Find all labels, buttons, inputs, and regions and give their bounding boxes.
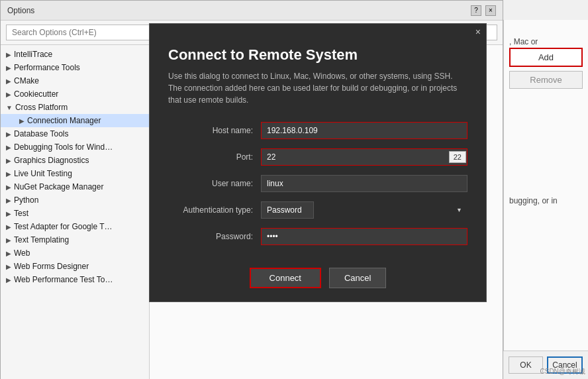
username-label: User name: xyxy=(168,179,261,188)
auth-type-select-wrapper: Password Private Key xyxy=(261,201,467,219)
sidebar-item-label: Database Tools xyxy=(14,129,69,138)
sidebar-item-test[interactable]: ▶ Test xyxy=(1,207,149,220)
password-label: Password: xyxy=(168,232,261,241)
auth-type-label: Authentication type: xyxy=(168,205,261,215)
sidebar-item-nuget[interactable]: ▶ NuGet Package Manager xyxy=(1,180,149,193)
sidebar-item-cmake[interactable]: ▶ CMake xyxy=(1,74,149,87)
dialog-close-button[interactable]: × xyxy=(475,27,481,37)
sidebar-item-label: Cross Platform xyxy=(15,103,68,112)
watermark: CSDN@奇树诚 xyxy=(540,367,586,376)
sidebar-item-label: Connection Manager xyxy=(27,116,101,125)
sidebar-item-label: Graphics Diagnostics xyxy=(14,156,89,165)
expand-arrow: ▶ xyxy=(6,263,11,270)
ok-button[interactable]: OK xyxy=(509,356,543,374)
port-input[interactable] xyxy=(261,148,467,166)
sidebar-item-label: Text Templating xyxy=(14,235,69,244)
port-row: Port: 22 xyxy=(168,148,467,166)
sidebar-item-label: Live Unit Testing xyxy=(14,169,72,178)
dialog-footer: Connect Cancel xyxy=(150,268,486,301)
username-row: User name: xyxy=(168,175,467,192)
sidebar-item-label: IntelliTrace xyxy=(14,50,52,59)
help-button[interactable]: ? xyxy=(471,5,481,16)
close-button[interactable]: × xyxy=(485,5,496,16)
expand-arrow: ▶ xyxy=(6,210,11,217)
sidebar-item-test-adapter[interactable]: ▶ Test Adapter for Google T… xyxy=(1,220,149,233)
auth-type-select[interactable]: Password Private Key xyxy=(261,201,314,219)
sidebar-item-label: NuGet Package Manager xyxy=(14,182,103,191)
sidebar-item-database-tools[interactable]: ▶ Database Tools xyxy=(1,127,149,140)
sidebar-item-label: Web Performance Test To… xyxy=(14,275,113,284)
expand-arrow: ▶ xyxy=(19,117,24,125)
password-row: Password: xyxy=(168,228,467,245)
sidebar-item-label: Debugging Tools for Wind… xyxy=(14,142,113,152)
sidebar-item-label: Web xyxy=(14,248,30,258)
expand-arrow: ▶ xyxy=(6,91,11,98)
expand-arrow: ▶ xyxy=(6,131,11,138)
sidebar-item-connection-manager[interactable]: ▶ Connection Manager xyxy=(1,114,149,127)
right-panel-partial-text: , Mac or xyxy=(509,36,583,48)
expand-arrow: ▶ xyxy=(6,144,11,151)
sidebar-item-python[interactable]: ▶ Python xyxy=(1,193,149,207)
connect-button[interactable]: Connect xyxy=(250,268,321,288)
sidebar-item-live-unit-testing[interactable]: ▶ Live Unit Testing xyxy=(1,167,149,180)
remove-button[interactable]: Remove xyxy=(509,71,583,89)
left-panel: ▶ IntelliTrace ▶ Performance Tools ▶ CMa… xyxy=(1,45,150,379)
sidebar-item-label: Cookiecutter xyxy=(14,89,58,99)
sidebar-item-label: Web Forms Designer xyxy=(14,262,89,271)
port-field-wrapper: 22 xyxy=(261,148,467,166)
expand-arrow: ▶ xyxy=(6,250,11,257)
sidebar-item-web[interactable]: ▶ Web xyxy=(1,246,149,260)
sidebar-item-label: Performance Tools xyxy=(14,63,80,72)
expand-arrow: ▶ xyxy=(6,197,11,204)
sidebar-item-label: Test Adapter for Google T… xyxy=(14,222,113,231)
sidebar-item-debugging-tools[interactable]: ▶ Debugging Tools for Wind… xyxy=(1,140,149,154)
connect-dialog: × Connect to Remote System Use this dial… xyxy=(149,23,487,302)
window-title: Options xyxy=(7,6,34,15)
sidebar-item-cross-platform[interactable]: ▼ Cross Platform xyxy=(1,101,149,114)
dialog-title: Connect to Remote System xyxy=(168,46,467,64)
expand-arrow: ▶ xyxy=(6,78,11,85)
expand-arrow: ▶ xyxy=(6,157,11,164)
sidebar-item-web-perf[interactable]: ▶ Web Performance Test To… xyxy=(1,273,149,286)
expand-arrow: ▶ xyxy=(6,51,11,58)
expand-arrow: ▶ xyxy=(6,64,11,72)
expand-arrow: ▶ xyxy=(6,276,11,284)
sidebar-item-performance-tools[interactable]: ▶ Performance Tools xyxy=(1,61,149,74)
expand-arrow: ▶ xyxy=(6,223,11,231)
right-panel-partial-text2: bugging, or in xyxy=(509,195,583,207)
host-name-input[interactable] xyxy=(261,122,467,139)
title-bar-controls: ? × xyxy=(471,5,496,16)
sidebar-item-label: CMake xyxy=(14,76,39,85)
expand-arrow: ▶ xyxy=(6,237,11,244)
dialog-body: Connect to Remote System Use this dialog… xyxy=(150,40,486,268)
sidebar-item-graphics-diagnostics[interactable]: ▶ Graphics Diagnostics xyxy=(1,154,149,167)
expand-arrow: ▼ xyxy=(6,104,13,111)
host-name-label: Host name: xyxy=(168,126,261,135)
add-button[interactable]: Add xyxy=(509,48,583,67)
expand-arrow: ▶ xyxy=(6,170,11,178)
sidebar-item-text-templating[interactable]: ▶ Text Templating xyxy=(1,233,149,246)
sidebar-item-label: Test xyxy=(14,209,28,218)
port-tooltip: 22 xyxy=(449,151,466,163)
port-label: Port: xyxy=(168,152,261,162)
dialog-cancel-button[interactable]: Cancel xyxy=(329,268,386,288)
dialog-title-bar: × xyxy=(150,24,486,40)
username-input[interactable] xyxy=(261,175,467,192)
expand-arrow: ▶ xyxy=(6,184,11,191)
sidebar-item-intellitrace[interactable]: ▶ IntelliTrace xyxy=(1,48,149,61)
host-name-row: Host name: xyxy=(168,122,467,139)
sidebar-item-web-forms[interactable]: ▶ Web Forms Designer xyxy=(1,260,149,273)
password-input[interactable] xyxy=(261,228,467,245)
dialog-description: Use this dialog to connect to Linux, Mac… xyxy=(168,70,467,106)
right-overlay-panel: , Mac or Add Remove bugging, or in xyxy=(503,20,588,379)
title-bar: Options ? × xyxy=(1,1,503,21)
sidebar-item-cookiecutter[interactable]: ▶ Cookiecutter xyxy=(1,87,149,101)
auth-type-row: Authentication type: Password Private Ke… xyxy=(168,201,467,219)
sidebar-item-label: Python xyxy=(14,195,38,205)
